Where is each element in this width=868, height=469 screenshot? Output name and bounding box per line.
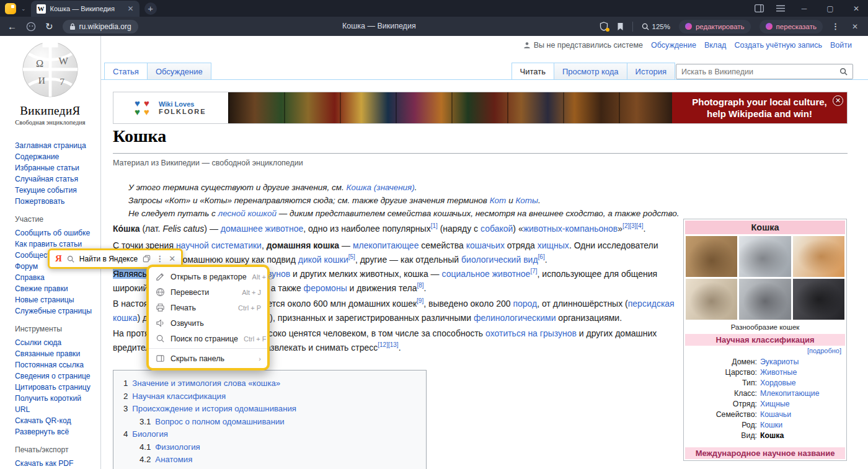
sidebar-link-0-2[interactable]: Избранные статьи — [15, 162, 93, 173]
reference-link[interactable]: [1] — [431, 222, 438, 229]
cat-photo[interactable] — [686, 236, 737, 277]
back-icon[interactable]: ← — [7, 22, 17, 31]
tab-list-chevron-icon[interactable]: ⌄ — [21, 6, 26, 12]
reference-link[interactable]: [5] — [348, 253, 355, 260]
reference-link[interactable]: [6] — [538, 253, 545, 260]
wiki-link[interactable]: биологический вид — [461, 255, 538, 265]
wiki-link[interactable]: Кошка (значения) — [347, 183, 415, 192]
sidebar-link-3-0[interactable]: Скачать как PDF — [15, 458, 93, 469]
sidebar-link-2-7[interactable]: Развернуть всё — [15, 426, 93, 437]
sidebar-link-0-1[interactable]: Содержание — [15, 151, 93, 162]
wiki-link[interactable]: фелинологическими — [474, 313, 556, 323]
cat-photo[interactable] — [793, 279, 844, 320]
reference-link[interactable]: [6] — [538, 253, 545, 260]
wiki-link[interactable]: Кот — [490, 196, 507, 205]
reference-link[interactable]: [7] — [530, 268, 537, 274]
details-link[interactable]: [подробно] — [807, 347, 841, 354]
toc-item[interactable]: 4Биология — [123, 428, 416, 441]
taxonomy-link[interactable]: Хордовые — [760, 378, 845, 388]
sidebar-link-2-6[interactable]: Скачать QR-код — [15, 415, 93, 426]
view-tab-1[interactable]: Просмотр кода — [554, 63, 627, 80]
window-close-button[interactable]: ✕ — [849, 4, 863, 13]
reference-link[interactable]: [12][13] — [378, 341, 398, 348]
toolbar-more-icon[interactable]: ⋮ — [156, 254, 164, 263]
find-in-yandex-button[interactable]: Найти в Яндексе — [79, 255, 138, 263]
window-minimize-button[interactable]: ─ — [797, 4, 811, 13]
taxonomy-link[interactable]: Кошачьи — [760, 410, 845, 420]
sidebar-link-0-5[interactable]: Пожертвовать — [15, 196, 93, 207]
cat-photo[interactable] — [793, 236, 844, 277]
context-menu-item-2[interactable]: ПечатьCtrl + P — [149, 300, 267, 315]
personal-link-4[interactable]: Войти — [830, 41, 852, 50]
toc-link[interactable]: Биология — [132, 429, 168, 439]
wiki-link[interactable]: пород — [513, 299, 537, 309]
tab-close-icon[interactable]: ✕ — [127, 4, 133, 13]
wiki-link[interactable]: лесной кошкой — [218, 209, 277, 218]
sidebar-link-2-2[interactable]: Постоянная ссылка — [15, 359, 93, 370]
browser-tab-active[interactable]: W Кошка — Википедия ✕ — [31, 1, 140, 17]
reference-link[interactable]: [8] — [417, 282, 423, 289]
toolbar-close-icon[interactable]: ✕ — [848, 22, 862, 31]
toc-item[interactable]: 3.1Вопрос о полном одомашнивании — [123, 416, 416, 429]
reference-link[interactable]: [9] — [417, 297, 423, 304]
sidebar-link-1-6[interactable]: Новые страницы — [15, 294, 93, 305]
more-options-icon[interactable]: ⋮ — [831, 22, 839, 31]
assistant-icon[interactable] — [26, 22, 36, 32]
protect-shield-icon[interactable] — [600, 22, 608, 31]
yandex-browser-icon[interactable] — [5, 3, 16, 14]
toolbar-close-icon[interactable]: ✕ — [169, 254, 175, 263]
namespace-tab-0[interactable]: Статья — [104, 63, 148, 80]
reference-link[interactable]: [7] — [530, 268, 537, 274]
side-panel-icon[interactable] — [755, 4, 764, 12]
wikipedia-logo[interactable]: Ω W И 7 ВикипедиЯ Свободная энциклопедия — [0, 40, 100, 126]
sidebar-link-0-3[interactable]: Случайная статья — [15, 173, 93, 185]
zoom-level[interactable]: 125% — [642, 23, 670, 30]
wiki-link[interactable]: животных-компаньонов — [523, 224, 618, 234]
reference-link[interactable]: [5] — [348, 253, 355, 260]
context-menu-item-4[interactable]: Поиск по страницеCtrl + F — [149, 331, 267, 346]
reference-link[interactable]: [8] — [417, 282, 423, 289]
edit-neuro-button[interactable]: редактировать — [679, 20, 751, 33]
sidebar-link-2-1[interactable]: Связанные правки — [15, 348, 93, 359]
toc-link[interactable]: Вопрос о полном одомашнивании — [155, 417, 284, 426]
context-menu-item-3[interactable]: Озвучить — [149, 315, 267, 331]
view-tab-2[interactable]: История — [627, 63, 675, 80]
sidebar-link-1-4[interactable]: Справка — [15, 272, 93, 283]
wiki-link[interactable]: феромоны — [304, 283, 347, 293]
wiki-loves-folklore-banner[interactable]: ♥♥♥♥ Wiki Loves FOLKLORE Photograph your… — [113, 92, 848, 124]
wiki-search-box[interactable] — [676, 64, 853, 79]
sidebar-link-2-3[interactable]: Сведения о странице — [15, 370, 93, 382]
cat-photo[interactable] — [739, 236, 790, 277]
toc-link[interactable]: Происхождение и история одомашнивания — [132, 404, 296, 413]
context-menu-item-1[interactable]: ПеревестиAlt + J — [149, 284, 267, 300]
reference-link[interactable]: [9] — [417, 297, 423, 304]
reference-link[interactable]: [1] — [431, 222, 438, 229]
wiki-link[interactable]: кошачьих — [466, 240, 505, 250]
new-tab-button[interactable]: + — [144, 2, 157, 15]
view-tab-0[interactable]: Читать — [512, 63, 554, 80]
wiki-link[interactable]: дикой кошки — [298, 255, 348, 265]
wiki-link[interactable]: собакой — [480, 224, 513, 234]
wiki-link[interactable]: охотиться на грызунов — [485, 328, 577, 338]
toc-link[interactable]: Научная классификация — [132, 392, 226, 401]
window-maximize-button[interactable]: ▢ — [823, 4, 837, 13]
taxonomy-link[interactable]: Хищные — [760, 399, 845, 410]
sidebar-link-2-4[interactable]: Цитировать страницу — [15, 382, 93, 393]
taxonomy-link[interactable]: Эукариоты — [760, 357, 845, 367]
sidebar-link-2-0[interactable]: Ссылки сюда — [15, 337, 93, 348]
sidebar-link-0-4[interactable]: Текущие события — [15, 185, 93, 196]
reload-icon[interactable]: ↻ — [45, 22, 53, 31]
toc-item[interactable]: 2Научная классификация — [123, 390, 416, 403]
toc-item[interactable]: 4.1Физиология — [123, 441, 416, 454]
toc-item[interactable]: 4.2.1Неизученные области — [123, 467, 416, 469]
context-menu-item-5[interactable]: Скрыть панель› — [149, 351, 267, 366]
personal-link-1[interactable]: Обсуждение — [651, 41, 696, 50]
toc-item[interactable]: 1Значение и этимология слова «кошка» — [123, 377, 416, 390]
reference-link[interactable]: [2][3][4] — [622, 222, 643, 229]
wiki-link[interactable]: научной систематики — [176, 240, 262, 250]
taxonomy-link[interactable]: Кошки — [760, 420, 845, 431]
wiki-link[interactable]: млекопитающее — [353, 240, 419, 250]
namespace-tab-1[interactable]: Обсуждение — [147, 63, 211, 80]
toc-link[interactable]: Физиология — [155, 442, 200, 452]
banner-close-icon[interactable]: ✕ — [833, 95, 843, 106]
